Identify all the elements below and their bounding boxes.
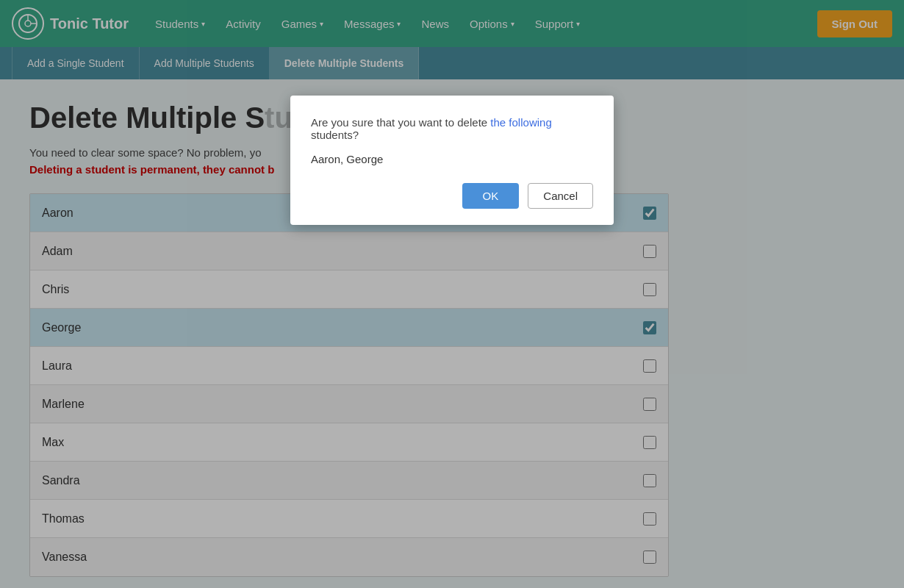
modal-buttons: OK Cancel xyxy=(311,183,593,209)
modal-overlay: Are you sure that you want to delete the… xyxy=(0,0,904,588)
confirmation-modal: Are you sure that you want to delete the… xyxy=(290,96,614,225)
modal-names: Aaron, George xyxy=(311,153,593,165)
ok-button[interactable]: OK xyxy=(462,183,520,209)
modal-message: Are you sure that you want to delete the… xyxy=(311,116,593,141)
cancel-button[interactable]: Cancel xyxy=(528,183,593,209)
